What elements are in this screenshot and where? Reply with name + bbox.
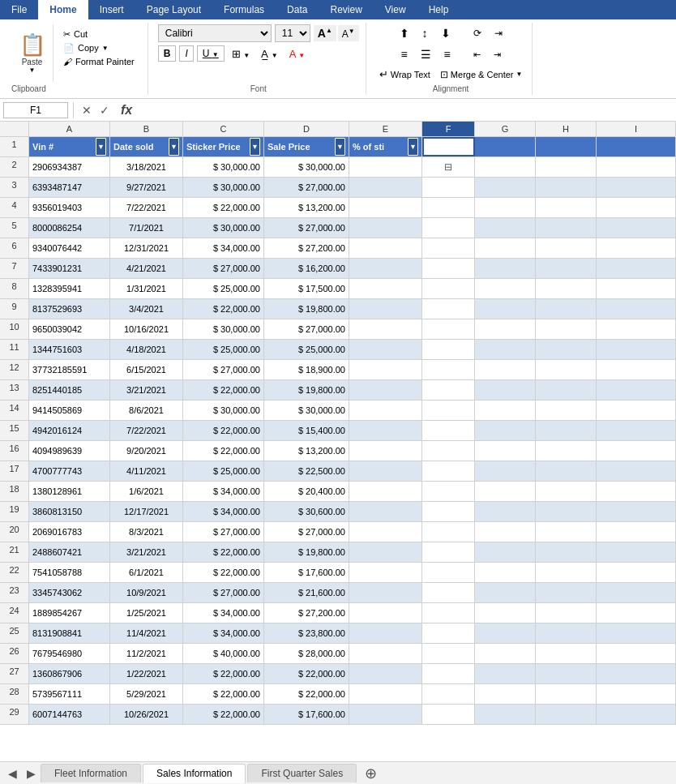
cell-D11[interactable]: $ 25,000.00 [264,340,349,359]
cell-D8[interactable]: $ 17,500.00 [264,279,349,298]
cell-A25[interactable]: 8131908841 [29,623,110,643]
cell-I28[interactable] [597,684,676,704]
cell-G16[interactable] [475,441,536,461]
tab-home[interactable]: Home [38,0,88,19]
row-num-28[interactable]: 28 [0,684,29,704]
cell-F28[interactable] [422,684,475,704]
cell-C19[interactable]: $ 34,000.00 [183,502,264,521]
cell-C2[interactable]: $ 30,000.00 [183,157,264,177]
cell-D17[interactable]: $ 22,500.00 [264,461,349,481]
cell-G19[interactable] [475,502,536,521]
cell-G3[interactable] [475,178,536,197]
cell-B26[interactable]: 11/2/2021 [110,644,183,663]
row-num-26[interactable]: 26 [0,644,29,663]
cell-H1[interactable] [536,137,597,156]
align-center-button[interactable]: ☰ [415,45,437,63]
cell-A23[interactable]: 3345743062 [29,583,110,602]
cell-G7[interactable] [475,259,536,278]
font-size-select[interactable]: 11 [275,24,310,42]
row-num-23[interactable]: 23 [0,583,29,602]
cell-C11[interactable]: $ 25,000.00 [183,340,264,359]
cell-E9[interactable] [349,299,422,319]
cell-A19[interactable]: 3860813150 [29,502,110,521]
cell-G17[interactable] [475,461,536,481]
cell-F19[interactable] [422,502,475,521]
cell-H18[interactable] [536,482,597,501]
cell-D22[interactable]: $ 17,600.00 [264,563,349,582]
cell-E6[interactable] [349,238,422,258]
cell-B20[interactable]: 8/3/2021 [110,522,183,542]
grow-font-button[interactable]: A▲ [314,25,336,41]
row-num-24[interactable]: 24 [0,603,29,623]
cell-B14[interactable]: 8/6/2021 [110,401,183,420]
cell-E28[interactable] [349,684,422,704]
cell-E22[interactable] [349,563,422,582]
cell-E13[interactable] [349,380,422,400]
cell-I18[interactable] [597,482,676,501]
cell-F4[interactable] [422,198,475,217]
cell-D21[interactable]: $ 19,800.00 [264,542,349,562]
cell-G9[interactable] [475,299,536,319]
cell-C20[interactable]: $ 27,000.00 [183,522,264,542]
cell-I7[interactable] [597,259,676,278]
cell-I4[interactable] [597,198,676,217]
cell-I27[interactable] [597,664,676,683]
cell-F16[interactable] [422,441,475,461]
cell-A29[interactable]: 6007144763 [29,705,110,724]
cell-E12[interactable] [349,360,422,379]
row-num-14[interactable]: 14 [0,401,29,420]
cell-A5[interactable]: 8000086254 [29,218,110,238]
cell-F23[interactable] [422,583,475,602]
tab-formulas[interactable]: Formulas [212,0,276,19]
cell-E21[interactable] [349,542,422,562]
cell-D24[interactable]: $ 27,200.00 [264,603,349,623]
cell-B25[interactable]: 11/4/2021 [110,623,183,643]
add-sheet-button[interactable]: ⊕ [358,763,383,784]
header-cell-B1[interactable]: Date sold ▼ [110,137,183,156]
cell-C10[interactable]: $ 30,000.00 [183,319,264,339]
indent-button[interactable]: ⇥ [489,24,508,42]
cell-A12[interactable]: 37732185591 [29,360,110,379]
col-header-A[interactable]: A [29,122,110,136]
cell-A11[interactable]: 1344751603 [29,340,110,359]
header-cell-E1[interactable]: % of sti ▼ [349,137,422,156]
cell-E2[interactable] [349,157,422,177]
cell-I8[interactable] [597,279,676,298]
cell-F13[interactable] [422,380,475,400]
filter-dropdown-E[interactable]: ▼ [408,138,418,156]
cell-D26[interactable]: $ 28,000.00 [264,644,349,663]
cell-G26[interactable] [475,644,536,663]
cell-F1[interactable] [422,137,475,156]
cell-A16[interactable]: 4094989639 [29,441,110,461]
tab-view[interactable]: View [374,0,417,19]
cell-B9[interactable]: 3/4/2021 [110,299,183,319]
cell-G28[interactable] [475,684,536,704]
cell-B29[interactable]: 10/26/2021 [110,705,183,724]
cell-G5[interactable] [475,218,536,238]
cell-B2[interactable]: 3/18/2021 [110,157,183,177]
cell-D18[interactable]: $ 20,400.00 [264,482,349,501]
cell-G29[interactable] [475,705,536,724]
cell-C28[interactable]: $ 22,000.00 [183,684,264,704]
cell-I16[interactable] [597,441,676,461]
cell-F2[interactable]: ⊟ [422,157,475,177]
cell-E23[interactable] [349,583,422,602]
cell-E20[interactable] [349,522,422,542]
cell-E16[interactable] [349,441,422,461]
row-num-17[interactable]: 17 [0,461,29,481]
cell-D15[interactable]: $ 15,400.00 [264,421,349,440]
underline-button[interactable]: U ▼ [197,45,225,62]
cell-A24[interactable]: 1889854267 [29,603,110,623]
cell-D19[interactable]: $ 30,600.00 [264,502,349,521]
paste-button[interactable]: 📋 Paste ▼ [11,24,53,82]
col-header-E[interactable]: E [349,122,422,136]
row-num-4[interactable]: 4 [0,198,29,217]
cell-F10[interactable] [422,319,475,339]
cell-D4[interactable]: $ 13,200.00 [264,198,349,217]
cell-H21[interactable] [536,542,597,562]
header-cell-A1[interactable]: Vin # ▼ [29,137,110,156]
cell-I29[interactable] [597,705,676,724]
cell-H20[interactable] [536,522,597,542]
row-num-7[interactable]: 7 [0,259,29,278]
cell-G11[interactable] [475,340,536,359]
